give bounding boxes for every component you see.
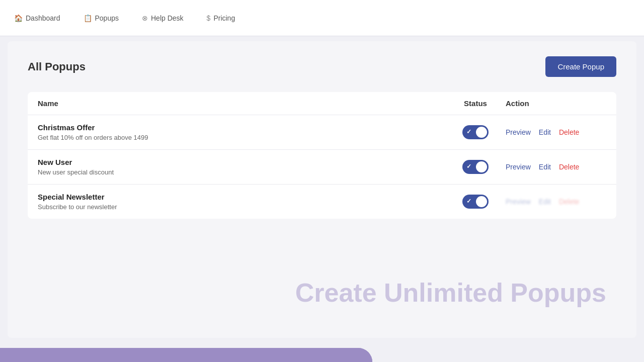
- delete-link-newuser[interactable]: Delete: [559, 163, 579, 171]
- bg-shape-bottom-2: [0, 348, 372, 362]
- row-title: Christmas Offer: [38, 123, 445, 132]
- helpdesk-icon: ⊗: [142, 14, 148, 22]
- edit-link-newsletter: Edit: [539, 198, 551, 206]
- toggle-checkmark: ✓: [466, 128, 471, 135]
- row-actions: Preview Edit Delete: [506, 128, 606, 136]
- row-name-section: Special Newsletter Subscribe to our news…: [38, 193, 445, 211]
- toggle-track: ✓: [462, 195, 489, 209]
- delete-link-christmas[interactable]: Delete: [559, 128, 579, 136]
- toggle-thumb: [476, 196, 487, 207]
- row-subtitle: Subscribe to our newsletter: [38, 203, 445, 211]
- toggle-christmas[interactable]: ✓: [462, 125, 489, 139]
- popup-table: Name Status Action Christmas Offer Get f…: [28, 92, 616, 219]
- toggle-checkmark: ✓: [466, 198, 471, 205]
- row-name-section: Christmas Offer Get flat 10% off on orde…: [38, 123, 445, 141]
- col-header-action: Action: [506, 99, 606, 108]
- nav-label-helpdesk: Help Desk: [151, 14, 184, 22]
- table-header: Name Status Action: [28, 92, 616, 115]
- toggle-newuser[interactable]: ✓: [462, 160, 489, 174]
- preview-link-christmas[interactable]: Preview: [506, 128, 531, 136]
- nav-item-pricing[interactable]: $ Pricing: [203, 12, 239, 24]
- table-row: Christmas Offer Get flat 10% off on orde…: [28, 115, 616, 150]
- delete-link-newsletter: Delete: [559, 198, 579, 206]
- main-content: All Popups Create Popup Name Status Acti…: [8, 41, 636, 338]
- edit-link-christmas[interactable]: Edit: [539, 128, 551, 136]
- row-status: ✓: [445, 195, 506, 209]
- row-actions: Preview Edit Delete: [506, 163, 606, 171]
- row-title: Special Newsletter: [38, 193, 445, 201]
- table-row: Special Newsletter Subscribe to our news…: [28, 185, 616, 219]
- create-popup-button[interactable]: Create Popup: [545, 56, 616, 77]
- row-actions-blurred: Preview Edit Delete: [506, 198, 606, 206]
- toggle-track: ✓: [462, 160, 489, 174]
- col-header-name: Name: [38, 99, 445, 108]
- toggle-thumb: [476, 127, 487, 138]
- row-subtitle: Get flat 10% off on orders above 1499: [38, 134, 445, 141]
- watermark-text: Create Unlimited Popups: [295, 278, 606, 308]
- row-status: ✓: [445, 125, 506, 139]
- row-subtitle: New user special discount: [38, 168, 445, 176]
- table-row: New User New user special discount ✓ Pre…: [28, 150, 616, 185]
- toggle-checkmark: ✓: [466, 163, 471, 170]
- nav-item-dashboard[interactable]: 🏠 Dashboard: [10, 12, 64, 24]
- row-title: New User: [38, 158, 445, 166]
- nav-label-pricing: Pricing: [213, 14, 235, 22]
- row-name-section: New User New user special discount: [38, 158, 445, 176]
- row-status: ✓: [445, 160, 506, 174]
- col-header-status: Status: [445, 99, 506, 108]
- nav-item-popups[interactable]: 📋 Popups: [79, 12, 123, 24]
- preview-link-newsletter: Preview: [506, 198, 531, 206]
- toggle-newsletter[interactable]: ✓: [462, 195, 489, 209]
- nav-label-popups: Popups: [95, 14, 119, 22]
- nav-item-helpdesk[interactable]: ⊗ Help Desk: [138, 12, 188, 24]
- content-header: All Popups Create Popup: [28, 56, 616, 77]
- edit-link-newuser[interactable]: Edit: [539, 163, 551, 171]
- navbar: 🏠 Dashboard 📋 Popups ⊗ Help Desk $ Prici…: [0, 0, 644, 36]
- nav-label-dashboard: Dashboard: [26, 14, 60, 22]
- pricing-icon: $: [207, 14, 211, 22]
- toggle-track: ✓: [462, 125, 489, 139]
- popups-icon: 📋: [84, 14, 92, 22]
- toggle-thumb: [476, 161, 487, 172]
- page-title: All Popups: [28, 60, 86, 73]
- preview-link-newuser[interactable]: Preview: [506, 163, 531, 171]
- home-icon: 🏠: [14, 14, 23, 22]
